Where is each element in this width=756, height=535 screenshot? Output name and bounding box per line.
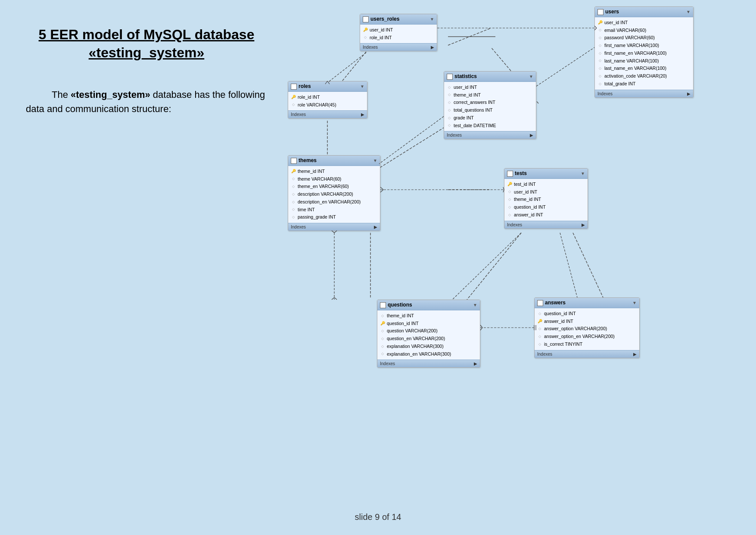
fk-icon-a4: ◇: [537, 342, 542, 347]
fk-icon-users5: ◇: [597, 58, 603, 63]
fk-icon-themes5: ◇: [291, 207, 296, 212]
table-answers: answers ▼ ◇ question_id INT 🔑 answer_id …: [534, 297, 640, 358]
field-tests-answer-id: ◇ answer_id INT: [504, 211, 588, 219]
table-header-answers: answers ▼: [535, 298, 639, 308]
svg-line-34: [480, 328, 482, 330]
field-stats-grade: ◇ grade INT: [444, 114, 536, 122]
fk-icon-tests1: ◇: [507, 189, 512, 194]
field-a-answer-option: ◇ answer_option VARCHAR(200): [535, 325, 639, 333]
fk-icon-stats3: ◇: [447, 100, 452, 105]
footer-users: Indexes ▶: [595, 90, 693, 97]
fk-icon: ◇: [363, 35, 368, 40]
key-icon-themes: 🔑: [291, 169, 296, 174]
fk-icon-a3: ◇: [537, 334, 542, 339]
fk-icon-stats4: ◇: [447, 108, 452, 113]
field-themes-passing-grade: ◇ passing_grade INT: [288, 213, 380, 221]
table-header-users: users ▼: [595, 7, 693, 17]
menu-icon-tests: ▼: [581, 171, 585, 176]
fk-icon-q5: ◇: [380, 351, 385, 357]
fk-icon-stats6: ◇: [447, 123, 452, 128]
footer-tests: Indexes ▶: [504, 221, 588, 228]
svg-line-7: [573, 233, 603, 297]
field-tests-user-id: ◇ user_id INT: [504, 188, 588, 196]
field-a-answer-id: 🔑 answer_id INT: [535, 318, 639, 325]
svg-line-18: [536, 47, 594, 86]
body-text-before: The: [52, 89, 71, 100]
slide-title: 5 EER model of MySQL database «testing_s…: [26, 26, 267, 62]
fields-questions: ◇ theme_id INT 🔑 question_id INT ◇ quest…: [377, 310, 480, 360]
footer-statistics: Indexes ▶: [444, 131, 536, 139]
table-icon-users: [597, 9, 604, 15]
field-users-firstname-en: ◇ first_name_en VARCHAR(100): [595, 50, 693, 57]
table-tests: tests ▼ 🔑 test_id INT ◇ user_id INT ◇ th…: [504, 168, 588, 229]
table-themes: themes ▼ 🔑 theme_id INT ◇ theme VARCHAR(…: [288, 155, 380, 231]
field-users-activation-code: ◇ activation_code VARCHAR(20): [595, 72, 693, 80]
field-tests-theme-id: ◇ theme_id INT: [504, 196, 588, 203]
svg-line-31: [560, 233, 577, 297]
field-role-varchar: ◇ role VARCHAR(45): [288, 101, 367, 109]
fk-icon-roles: ◇: [291, 102, 296, 107]
menu-icon-stats: ▼: [529, 74, 533, 79]
fields-roles: 🔑 role_id INT ◇ role VARCHAR(45): [288, 92, 367, 111]
footer-roles: Indexes ▶: [288, 110, 367, 118]
field-tests-test-id: 🔑 test_id INT: [504, 181, 588, 188]
menu-icon-questions: ▼: [473, 303, 477, 307]
footer-answers: Indexes ▶: [535, 350, 639, 358]
field-q-question-id: 🔑 question_id INT: [377, 320, 480, 328]
menu-icon-roles: ▼: [360, 84, 364, 89]
field-themes-theme: ◇ theme VARCHAR(60): [288, 175, 380, 183]
table-roles: roles ▼ 🔑 role_id INT ◇ role VARCHAR(45)…: [288, 81, 367, 119]
table-icon-stats: [447, 74, 453, 80]
table-header-statistics: statistics ▼: [444, 72, 536, 82]
fk-icon-tests4: ◇: [507, 213, 512, 218]
fk-icon-stats5: ◇: [447, 116, 452, 121]
field-q-explanation-en: ◇ explanation_en VARCHAR(300): [377, 350, 480, 358]
field-q-explanation: ◇ explanation VARCHAR(300): [377, 343, 480, 350]
left-panel: 5 EER model of MySQL database «testing_s…: [26, 26, 267, 116]
fk-icon-users6: ◇: [597, 66, 603, 71]
field-a-is-correct: ◇ is_correct TINYINT: [535, 341, 639, 348]
fk-icon-themes6: ◇: [291, 215, 296, 220]
slide-body: The «testing_system» database has the fo…: [26, 88, 267, 116]
fk-icon-users8: ◇: [597, 81, 603, 87]
field-stats-theme-id: ◇ theme_id INT: [444, 91, 536, 99]
field-themes-time: ◇ time INT: [288, 206, 380, 214]
table-header-themes: themes ▼: [288, 156, 380, 166]
svg-line-33: [480, 325, 482, 328]
field-users-lastname: ◇ last_name VARCHAR(100): [595, 57, 693, 65]
field-users-email: ◇ email VARCHAR(60): [595, 27, 693, 34]
fk-icon-q1: ◇: [380, 313, 385, 319]
table-statistics: statistics ▼ ◇ user_id INT ◇ theme_id IN…: [444, 71, 536, 139]
field-users-total-grade: ◇ total_grade INT: [595, 80, 693, 88]
fields-themes: 🔑 theme_id INT ◇ theme VARCHAR(60) ◇ the…: [288, 166, 380, 223]
key-icon-roles: 🔑: [291, 95, 296, 100]
field-role-id: 🔑 role_id INT: [288, 94, 367, 101]
menu-icon-themes: ▼: [373, 158, 377, 163]
field-user-id: 🔑 user_id INT: [360, 26, 437, 34]
svg-line-30: [452, 233, 521, 300]
field-q-question-en: ◇ question_en VARCHAR(200): [377, 335, 480, 343]
field-q-theme-id: ◇ theme_id INT: [377, 312, 480, 320]
fk-icon-users7: ◇: [597, 74, 603, 79]
diagram-area: users_roles ▼ 🔑 user_id INT ◇ role_id IN…: [280, 4, 750, 500]
fk-icon-users3: ◇: [597, 43, 603, 48]
fk-icon-themes1: ◇: [291, 176, 296, 181]
table-icon-tests: [507, 171, 513, 177]
field-themes-description: ◇ description VARCHAR(200): [288, 191, 380, 198]
svg-line-6: [465, 233, 521, 302]
table-icon: [363, 16, 369, 22]
key-icon: 🔑: [363, 28, 368, 33]
menu-icon-users: ▼: [686, 9, 691, 14]
field-themes-theme-id: 🔑 theme_id INT: [288, 168, 380, 175]
field-stats-total-questions: ◇ total_questions INT: [444, 106, 536, 114]
fields-statistics: ◇ user_id INT ◇ theme_id INT ◇ correct_a…: [444, 82, 536, 131]
slide-number: slide 9 of 14: [355, 512, 401, 522]
key-icon-tests: 🔑: [507, 182, 512, 187]
table-users-roles: users_roles ▼ 🔑 user_id INT ◇ role_id IN…: [360, 14, 437, 51]
fk-icon-users1: ◇: [597, 28, 603, 33]
footer-users-roles: Indexes ▶: [360, 43, 437, 51]
svg-line-19: [379, 116, 444, 164]
fk-icon-q3: ◇: [380, 336, 385, 341]
fields-answers: ◇ question_id INT 🔑 answer_id INT ◇ answ…: [535, 308, 639, 350]
body-bold: «testing_system»: [71, 89, 150, 100]
